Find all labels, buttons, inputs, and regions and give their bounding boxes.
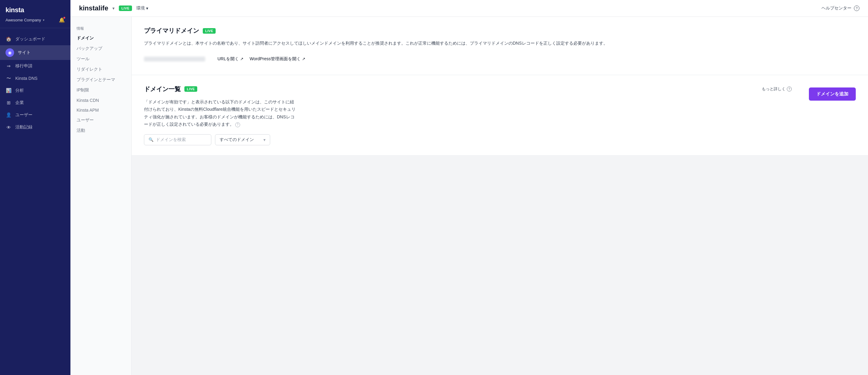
sidebar-item-users[interactable]: 👤 ユーザー — [0, 109, 70, 121]
top-header: kinstalife ▾ LIVE 環境 ▾ ヘルプセンター ? — [70, 0, 868, 17]
sidebar-item-sites[interactable]: ◉ サイト — [0, 45, 70, 60]
kinsta-logo: kinsta — [5, 6, 65, 14]
sidebar-item-label: 移行申請 — [15, 63, 32, 69]
search-filter-row: 🔍 ドメインを検索 すべてのドメイン ▾ — [144, 134, 797, 145]
domain-action-links: URLを開く ↗ WordPress管理画面を開く ↗ — [217, 56, 305, 62]
open-url-link[interactable]: URLを開く ↗ — [217, 56, 244, 62]
sec-nav-item-kinsta-cdn[interactable]: Kinsta CDN — [70, 95, 131, 105]
filter-label: すべてのドメイン — [220, 137, 254, 142]
domain-list-live-badge: LIVE — [184, 86, 197, 92]
sidebar-item-label: 活動記録 — [15, 125, 32, 130]
more-info-link[interactable]: もっと詳しく ? — [762, 86, 792, 92]
main-panel: プライマリドメイン LIVE プライマリドメインとは、本サイトの名称であり、サイ… — [132, 17, 868, 375]
sidebar-item-activity[interactable]: 👁 活動記録 — [0, 121, 70, 133]
primary-domain-title: プライマリドメイン — [144, 27, 199, 35]
sec-nav-item-activity[interactable]: 活動 — [70, 126, 131, 136]
filter-chevron-icon: ▾ — [264, 137, 266, 142]
env-label[interactable]: 環境 ▾ — [136, 5, 148, 11]
help-center-link[interactable]: ヘルプセンター — [822, 5, 851, 11]
dashboard-icon: 🏠 — [5, 36, 12, 42]
main-nav: 🏠 ダッシュボード ◉ サイト ⇒ 移行申請 〜 Kinsta DNS 📊 分析… — [0, 28, 70, 375]
primary-domain-desc: プライマリドメインとは、本サイトの名称であり、サイト訪問者にアクセスしてほしいメ… — [144, 40, 856, 47]
users-icon: 👤 — [5, 112, 12, 118]
domain-list-right: ドメインを追加 — [797, 85, 856, 145]
sec-nav-item-kinsta-apm[interactable]: Kinsta APM — [70, 105, 131, 115]
header-right: ヘルプセンター ? — [822, 5, 860, 11]
sec-nav-item-ip[interactable]: IP制限 — [70, 85, 131, 95]
domain-list-header-row: ドメイン一覧 LIVE もっと詳しく ? — [144, 85, 797, 93]
sidebar-item-label: サイト — [18, 50, 31, 55]
site-title: kinstalife — [79, 4, 108, 12]
sites-icon: ◉ — [8, 50, 12, 55]
sec-nav-item-tools[interactable]: ツール — [70, 54, 131, 64]
sec-nav-item-plugins[interactable]: プラグインとテーマ — [70, 75, 131, 85]
sidebar-item-label: Kinsta DNS — [15, 76, 37, 81]
sites-icon-wrap: ◉ — [5, 48, 14, 57]
sidebar-item-analytics[interactable]: 📊 分析 — [0, 84, 70, 97]
primary-domain-card: プライマリドメイン LIVE プライマリドメインとは、本サイトの名称であり、サイ… — [132, 17, 868, 75]
sidebar-item-label: 企業 — [15, 100, 24, 105]
env-chevron-icon: ▾ — [146, 6, 148, 11]
sidebar-item-migration[interactable]: ⇒ 移行申請 — [0, 60, 70, 72]
sidebar: kinsta Awesome Company ▾ 🔔 🏠 ダッシュボード ◉ サ… — [0, 0, 70, 375]
primary-domain-live-badge: LIVE — [203, 28, 216, 34]
notification-bell[interactable]: 🔔 — [59, 17, 65, 23]
external-link-icon-2: ↗ — [302, 57, 305, 61]
notification-dot — [63, 16, 66, 19]
main-content: kinstalife ▾ LIVE 環境 ▾ ヘルプセンター ? 情報 ドメイン… — [70, 0, 868, 375]
company-selector[interactable]: Awesome Company ▾ 🔔 — [5, 17, 65, 23]
search-placeholder: ドメインを検索 — [156, 137, 186, 142]
domain-list-left: ドメイン一覧 LIVE もっと詳しく ? 「ドメインが有効です」と表示されている… — [144, 85, 797, 145]
external-link-icon: ↗ — [240, 57, 244, 61]
primary-domain-title-row: プライマリドメイン LIVE — [144, 27, 856, 35]
site-chevron-icon[interactable]: ▾ — [113, 6, 115, 11]
company-chevron-icon: ▾ — [43, 19, 44, 22]
sec-nav-item-redirect[interactable]: リダイレクト — [70, 64, 131, 75]
domain-list-desc: 「ドメインが有効です」と表示されている以下のドメインは、このサイトに紐付けられて… — [144, 98, 297, 128]
content-area: 情報 ドメイン バックアップ ツール リダイレクト プラグインとテーマ IP制限… — [70, 17, 868, 375]
domain-url-blurred — [144, 57, 205, 62]
search-icon: 🔍 — [149, 137, 153, 142]
secondary-sidebar: 情報 ドメイン バックアップ ツール リダイレクト プラグインとテーマ IP制限… — [70, 17, 132, 375]
analytics-icon: 📊 — [5, 88, 12, 94]
domain-list-title: ドメイン一覧 — [144, 85, 181, 93]
sec-nav-item-users[interactable]: ユーザー — [70, 115, 131, 126]
domain-filter-select[interactable]: すべてのドメイン ▾ — [215, 134, 270, 145]
sec-nav-item-backup[interactable]: バックアップ — [70, 43, 131, 54]
desc-help-icon[interactable]: ? — [235, 122, 240, 127]
sidebar-item-label: ユーザー — [15, 112, 32, 118]
sidebar-header: kinsta Awesome Company ▾ 🔔 — [0, 0, 70, 28]
sidebar-item-label: ダッシュボード — [15, 36, 45, 42]
sidebar-item-kinsta-dns[interactable]: 〜 Kinsta DNS — [0, 72, 70, 84]
sidebar-item-dashboard[interactable]: 🏠 ダッシュボード — [0, 33, 70, 45]
sidebar-item-label: 分析 — [15, 88, 24, 93]
company-name: Awesome Company — [5, 18, 41, 22]
domain-list-card: ドメイン一覧 LIVE もっと詳しく ? 「ドメインが有効です」と表示されている… — [132, 75, 868, 155]
domain-list-layout: ドメイン一覧 LIVE もっと詳しく ? 「ドメインが有効です」と表示されている… — [144, 85, 856, 145]
secondary-nav-section: 情報 ドメイン バックアップ ツール リダイレクト プラグインとテーマ IP制限… — [70, 23, 131, 139]
dns-icon: 〜 — [5, 75, 12, 81]
live-badge: LIVE — [119, 5, 132, 11]
open-wp-admin-link[interactable]: WordPress管理画面を開く ↗ — [250, 56, 305, 62]
sidebar-item-company[interactable]: ⊞ 企業 — [0, 97, 70, 109]
secondary-nav-section-label: 情報 — [70, 24, 131, 33]
info-circle-icon: ? — [787, 87, 792, 92]
sec-nav-item-domain[interactable]: ドメイン — [70, 33, 131, 43]
domain-search-box[interactable]: 🔍 ドメインを検索 — [144, 134, 211, 145]
activity-icon: 👁 — [5, 124, 12, 130]
primary-domain-row: URLを開く ↗ WordPress管理画面を開く ↗ — [144, 53, 856, 65]
add-domain-button[interactable]: ドメインを追加 — [809, 88, 856, 101]
migration-icon: ⇒ — [5, 63, 12, 69]
company-icon: ⊞ — [5, 100, 12, 106]
help-circle-icon: ? — [854, 5, 860, 11]
